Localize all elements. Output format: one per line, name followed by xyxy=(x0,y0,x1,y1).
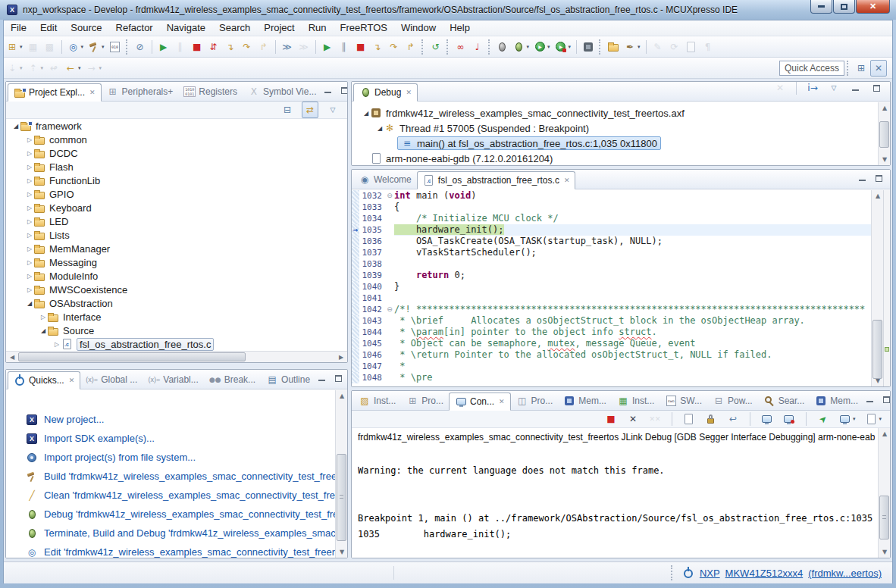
quickstart-tab-outline[interactable]: ▤Outline xyxy=(261,371,315,389)
code-line-1032[interactable]: 1032⊖int main (void) xyxy=(352,190,871,202)
tree-item-led[interactable]: ▷LED xyxy=(6,214,347,228)
quickstart-tab-variabl[interactable]: (x)=Variabl... xyxy=(143,371,203,389)
menu-edit[interactable]: Edit xyxy=(33,20,64,36)
tree-item-memmanager[interactable]: ▷MemManager xyxy=(6,242,347,255)
scroll-thumb[interactable] xyxy=(18,352,246,361)
quickstart-link[interactable]: Clean 'frdmkw41z_wireless_examples_smac_… xyxy=(44,489,347,501)
scroll-down-icon[interactable]: ▼ xyxy=(879,546,891,558)
code-line-1039[interactable]: 1039 return 0; xyxy=(352,270,871,281)
tree-item-mwscoexistence[interactable]: ▷MWSCoexistence xyxy=(6,283,347,296)
project-explorer-tab-project-expl[interactable]: Project Expl...✕ xyxy=(8,83,102,102)
console-tab-con[interactable]: Con...✕ xyxy=(449,393,511,411)
overview-ruler[interactable] xyxy=(883,190,890,386)
statusbar-link-frdmkw-eertos[interactable]: (frdmkw...eertos) xyxy=(808,568,882,579)
link-editor-button[interactable]: ⇄ xyxy=(302,102,318,118)
min-button[interactable] xyxy=(847,81,863,96)
resume-all-button[interactable]: ▶ xyxy=(320,39,335,55)
code-line-1048[interactable]: 1048 * \pre xyxy=(352,372,871,383)
remove-launch-button[interactable]: ✕ xyxy=(625,411,641,427)
binary-file-button[interactable]: 010 xyxy=(108,39,123,55)
debug-tab-debug[interactable]: Debug✕ xyxy=(353,83,418,102)
pin-console-button[interactable]: ➤ xyxy=(816,411,831,427)
scroll-thumb[interactable] xyxy=(873,320,882,379)
code-line-1045[interactable]: 1045 * Object can be semaphore, mutex, m… xyxy=(352,338,871,349)
project-settings-button[interactable]: ◎▾ xyxy=(66,39,86,55)
expand-arrow-icon[interactable]: ▷ xyxy=(39,314,47,321)
max-button[interactable] xyxy=(869,81,884,96)
maximize-view-icon[interactable] xyxy=(873,172,885,184)
terminate-all-button[interactable]: ■ xyxy=(353,39,368,55)
console-tab-mem[interactable]: Mem... xyxy=(558,392,612,410)
code-line-1043[interactable]: 1043 * \brief Allocates a osObjectStruct… xyxy=(352,315,871,327)
show-paths-button[interactable]: i→ xyxy=(805,81,820,96)
sdk-folder-button[interactable] xyxy=(606,39,621,55)
reset-button[interactable]: ↺ xyxy=(428,39,443,55)
menu-window[interactable]: Window xyxy=(394,20,443,36)
fold-minus-icon[interactable]: ⊖ xyxy=(385,304,394,315)
tree-item-messaging[interactable]: ▷Messaging xyxy=(6,255,347,269)
expand-arrow-icon[interactable]: ▷ xyxy=(26,205,33,211)
scroll-thumb[interactable] xyxy=(879,121,889,148)
quickstart-item-debug[interactable]: Debug 'frdmkw41z_wireless_examples_smac_… xyxy=(6,505,347,524)
menu-search[interactable]: Search xyxy=(212,20,257,36)
quickstart-item-import-project-s-from-file-syste[interactable]: Import project(s) from file system... xyxy=(6,448,347,467)
chip-button[interactable] xyxy=(581,39,596,55)
quickstart-item-new-project[interactable]: XNew project... xyxy=(6,410,347,429)
quickstart-link[interactable]: New project... xyxy=(44,414,104,425)
quickstart-item-import-sdk-example-s[interactable]: XImport SDK example(s)... xyxy=(6,429,347,448)
quickstart-item-clean[interactable]: ╱Clean 'frdmkw41z_wireless_examples_smac… xyxy=(6,486,347,505)
show-stdout-button[interactable] xyxy=(760,411,775,427)
quickstart-item-terminate-build-and-debug[interactable]: Terminate, Build and Debug 'frdmkw41z_wi… xyxy=(6,524,347,543)
expand-arrow-icon[interactable]: ▷ xyxy=(26,232,33,239)
scroll-right-icon[interactable]: ▶ xyxy=(335,352,347,363)
statusbar-link-mkw41z512xxx4[interactable]: MKW41Z512xxx4 xyxy=(725,568,804,579)
quickstart-link[interactable]: Terminate, Build and Debug 'frdmkw41z_wi… xyxy=(44,527,347,539)
expand-arrow-icon[interactable]: ▷ xyxy=(26,286,33,293)
editor-tab-welcome[interactable]: ◉Welcome xyxy=(353,170,417,189)
quickstart-item-build[interactable]: Build 'frdmkw41z_wireless_examples_smac_… xyxy=(6,467,347,486)
scroll-up-icon[interactable]: ▲ xyxy=(336,390,348,402)
selected-stack-frame[interactable]: ≡main() at fsl_os_abstraction_free_rtos.… xyxy=(397,136,661,150)
quickstart-tab-quicks[interactable]: Quicks...✕ xyxy=(8,371,80,389)
collapse-arrow-icon[interactable]: ◢ xyxy=(26,300,33,307)
show-stderr-button[interactable] xyxy=(782,411,797,427)
tree-item-interface[interactable]: ▷Interface xyxy=(6,310,347,324)
code-line-1040[interactable]: 1040} xyxy=(352,281,871,292)
tree-item-common[interactable]: ▷common xyxy=(6,133,347,146)
tree-item-functionlib[interactable]: ▷FunctionLib xyxy=(6,174,347,187)
quickstart-vertical-scrollbar[interactable]: ▲ ▼ xyxy=(335,390,347,558)
step-over-button[interactable]: ↷ xyxy=(387,39,402,55)
close-tab-icon[interactable]: ✕ xyxy=(564,177,570,184)
red-boot-button[interactable]: ♩ xyxy=(470,39,485,55)
tree-item-framework[interactable]: ◢framework xyxy=(6,119,347,133)
word-wrap-button[interactable]: ↩ xyxy=(725,411,741,427)
tree-item-moduleinfo[interactable]: ▷ModuleInfo xyxy=(6,269,347,283)
tree-item-osabstraction[interactable]: ◢OSAbstraction xyxy=(6,296,347,310)
scroll-down-icon[interactable]: ▼ xyxy=(879,154,891,165)
menu-run[interactable]: Run xyxy=(302,20,334,36)
expand-arrow-icon[interactable]: ▷ xyxy=(26,177,33,184)
instr-step-button[interactable]: ≫ xyxy=(280,39,295,55)
tree-item-flash[interactable]: ▷Flash xyxy=(6,160,347,174)
maximize-view-icon[interactable] xyxy=(338,84,348,96)
minimize-view-icon[interactable] xyxy=(863,393,876,405)
debug-item-main-at-fsl-os-abstraction-free-[interactable]: ≡main() at fsl_os_abstraction_free_rtos.… xyxy=(352,136,890,151)
expand-arrow-icon[interactable]: ▷ xyxy=(26,150,33,157)
back-button[interactable]: ←▾ xyxy=(63,60,83,77)
tree-item-lists[interactable]: ▷Lists xyxy=(6,228,347,242)
maximize-button[interactable] xyxy=(833,0,855,14)
editor-vertical-scrollbar[interactable]: ▲ ▼ xyxy=(871,190,883,386)
project-horizontal-scrollbar[interactable]: ◀ ▶ xyxy=(6,351,347,362)
quill-button[interactable]: ✒▾ xyxy=(622,39,642,55)
scroll-thumb[interactable] xyxy=(879,496,889,540)
collapse-arrow-icon[interactable]: ◢ xyxy=(39,327,47,334)
expand-arrow-icon[interactable]: ▷ xyxy=(26,259,33,266)
console-tab-pro[interactable]: ⊞Pro... xyxy=(401,392,449,410)
quickstart-tab-global[interactable]: (x)=Global ... xyxy=(80,371,143,389)
code-line-1035[interactable]: 1035→ hardware_init(); xyxy=(352,224,871,236)
clear-console-button[interactable] xyxy=(681,411,697,427)
display-console-button[interactable]: ▾ xyxy=(838,411,857,427)
view-menu-button[interactable]: ▽ xyxy=(826,81,841,96)
menu-file[interactable]: File xyxy=(4,20,33,36)
close-tab-icon[interactable]: ✕ xyxy=(69,377,75,384)
